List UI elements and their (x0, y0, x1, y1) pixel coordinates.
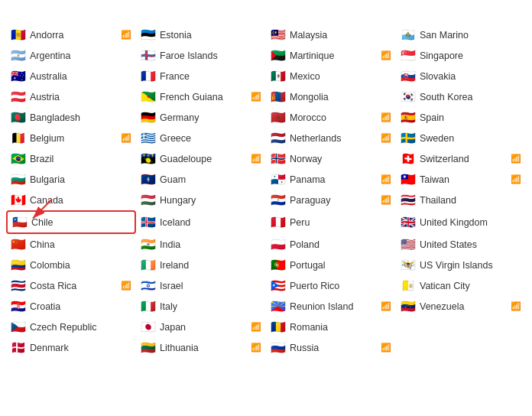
country-name: China (30, 239, 131, 250)
country-name: Morocco (290, 112, 378, 123)
country-item: 🇧🇬 Bulgaria (6, 169, 136, 190)
country-item: 🇦🇺 Australia (6, 66, 136, 86)
wifi-icon: 📶 (381, 50, 391, 60)
wifi-icon: 📶 (511, 301, 521, 311)
country-name: Chile (31, 217, 130, 228)
country-item: 🇳🇴 Norway (266, 148, 396, 169)
country-name: Martinique (290, 50, 378, 61)
flag-icon: 🇬🇷 (141, 131, 156, 145)
country-item: 🇷🇪 Reunion Island 📶 (266, 296, 396, 317)
country-item: 🇨🇳 China (6, 234, 136, 255)
wifi-icon: 📶 (381, 301, 391, 311)
country-name: South Korea (420, 92, 521, 102)
country-name: Guadeloupe (160, 154, 248, 164)
flag-icon: 🇱🇹 (141, 340, 156, 355)
wifi-icon: 📶 (251, 154, 261, 164)
flag-icon: 🇭🇺 (141, 193, 156, 207)
wifi-icon: 📶 (251, 322, 261, 332)
flag-icon: 🇵🇪 (271, 215, 286, 229)
country-item: 🇵🇪 Peru (266, 210, 396, 234)
wifi-icon: 📶 (121, 133, 131, 143)
countries-grid: 🇦🇩 Andorra 📶 🇪🇪 Estonia 🇲🇾 Malaysia 🇸🇲 S… (0, 24, 532, 370)
country-item: 🇰🇷 South Korea (396, 86, 526, 107)
country-name: Peru (290, 217, 391, 228)
country-item: 🇮🇳 India (136, 234, 266, 255)
country-name: Israel (160, 281, 261, 291)
country-item: 🇧🇩 Bangladesh (6, 107, 136, 128)
flag-icon: 🇵🇾 (271, 193, 286, 207)
country-name: Brazil (30, 154, 131, 164)
wifi-icon: 📶 (381, 174, 391, 184)
country-name: Germany (160, 112, 261, 123)
country-item: 🇹🇼 Taiwan 📶 (396, 169, 526, 190)
flag-icon: 🇸🇰 (401, 69, 416, 83)
flag-icon: 🇨🇱 (12, 215, 28, 229)
wifi-icon: 📶 (121, 281, 131, 291)
flag-icon: 🇬🇵 (141, 151, 156, 166)
country-name: Reunion Island (290, 301, 378, 312)
flag-icon: 🇺🇸 (401, 237, 416, 252)
country-item: 🇬🇵 Guadeloupe 📶 (136, 148, 266, 169)
country-item: 🇯🇵 Japan 📶 (136, 317, 266, 337)
country-name: Mongolia (290, 92, 391, 102)
flag-icon: 🇧🇬 (11, 172, 26, 187)
country-item: 🇩🇰 Denmark (6, 337, 136, 358)
country-item: 🇸🇪 Sweden (396, 128, 526, 148)
wifi-icon: 📶 (511, 154, 521, 164)
country-item: 🇮🇪 Ireland (136, 255, 266, 275)
wifi-icon: 📶 (381, 133, 391, 143)
country-name: Australia (30, 71, 131, 82)
country-item: 🇵🇷 Puerto Rico (266, 275, 396, 296)
country-name: Japan (160, 322, 248, 333)
country-name: Netherlands (290, 133, 378, 144)
flag-icon: 🇷🇴 (271, 320, 286, 334)
country-item: 🇹🇭 Thailand (396, 190, 526, 210)
country-name: Spain (420, 112, 521, 123)
country-name: Canada (30, 195, 131, 206)
country-name: Iceland (160, 217, 261, 228)
flag-icon: 🇬🇧 (401, 215, 416, 229)
flag-icon: 🇦🇷 (11, 48, 26, 63)
country-name: Andorra (30, 30, 118, 41)
country-item: 🇦🇩 Andorra 📶 (6, 24, 136, 45)
country-name: Croatia (30, 301, 131, 312)
country-item: 🇮🇸 Iceland (136, 210, 266, 234)
wifi-icon: 📶 (121, 30, 131, 40)
flag-icon: 🇮🇱 (141, 278, 156, 293)
country-item: 🇵🇦 Panama 📶 (266, 169, 396, 190)
flag-icon: 🇨🇦 (11, 193, 26, 207)
country-item: 🇵🇱 Poland (266, 234, 396, 255)
flag-icon: 🇲🇽 (271, 69, 286, 83)
country-name: Taiwan (420, 174, 508, 185)
country-name: Venezuela (420, 301, 508, 312)
flag-icon: 🇫🇴 (141, 48, 156, 63)
flag-icon: 🇦🇹 (11, 89, 26, 104)
country-item: 🇵🇹 Portugal (266, 255, 396, 275)
country-name: Norway (290, 154, 391, 164)
flag-icon: 🇩🇪 (141, 110, 156, 125)
country-name: Italy (160, 301, 261, 312)
country-name: Portugal (290, 260, 391, 271)
country-item: 🇱🇹 Lithuania 📶 (136, 337, 266, 358)
country-name: United States (420, 239, 521, 250)
country-item: 🇳🇱 Netherlands 📶 (266, 128, 396, 148)
flag-icon: 🇮🇪 (141, 258, 156, 272)
country-name: Singapore (420, 50, 521, 61)
country-item: 🇲🇳 Mongolia (266, 86, 396, 107)
country-name: United Kingdom (420, 217, 521, 228)
flag-icon: 🇲🇦 (271, 110, 286, 125)
wifi-icon: 📶 (381, 195, 391, 205)
flag-icon: 🇮🇹 (141, 299, 156, 314)
flag-icon: 🇨🇭 (401, 151, 416, 166)
country-item: 🇫🇴 Faroe Islands (136, 45, 266, 66)
country-name: Guam (160, 174, 261, 185)
country-name: Vatican City (420, 281, 521, 291)
country-item: 🇩🇪 Germany (136, 107, 266, 128)
country-name: Denmark (30, 343, 131, 353)
country-name: French Guiana (160, 92, 248, 102)
flag-icon: 🇩🇰 (11, 340, 26, 355)
flag-icon: 🇮🇳 (141, 237, 156, 252)
flag-icon: 🇷🇪 (271, 299, 286, 314)
country-name: Mexico (290, 71, 391, 82)
wifi-icon: 📶 (381, 343, 391, 353)
